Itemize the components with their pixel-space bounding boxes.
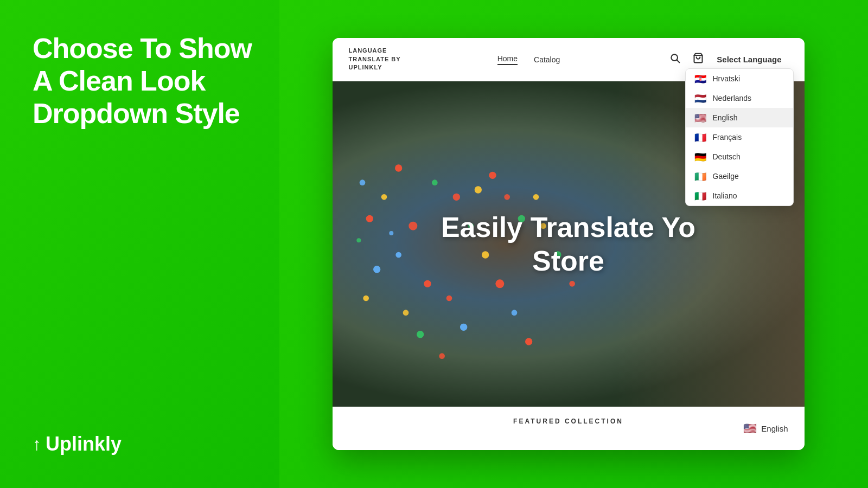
svg-point-28 — [446, 296, 452, 301]
language-label-de: Deutsch — [713, 152, 741, 161]
svg-point-20 — [525, 338, 532, 345]
svg-line-1 — [677, 60, 680, 63]
search-button[interactable] — [667, 50, 682, 68]
uplinkly-logo: ↑ Uplinkly — [33, 433, 252, 455]
flag-icon-en: 🇺🇸 — [694, 113, 707, 122]
svg-point-15 — [452, 194, 459, 201]
select-language-trigger[interactable]: Select Language — [710, 50, 788, 68]
language-label-en: English — [713, 113, 738, 122]
dropdown-item-de[interactable]: 🇩🇪Deutsch — [686, 147, 793, 166]
svg-point-30 — [504, 194, 510, 200]
store-header: LANGUAGE TRANSLATE BY UPLINKLY Home Cata… — [333, 38, 805, 81]
svg-point-32 — [533, 194, 539, 200]
svg-point-13 — [373, 266, 380, 273]
svg-point-23 — [569, 281, 575, 287]
featured-collection-label: FEATURED COLLECTION — [513, 418, 623, 425]
logo-name: Uplinkly — [46, 433, 122, 455]
svg-point-27 — [474, 186, 481, 193]
svg-point-14 — [363, 296, 369, 301]
svg-point-29 — [460, 324, 467, 331]
svg-point-12 — [439, 353, 445, 359]
flag-icon-ga: 🇮🇪 — [694, 172, 707, 181]
svg-point-24 — [366, 215, 373, 222]
language-label-nl: Nederlands — [713, 94, 752, 102]
nav-catalog[interactable]: Catalog — [534, 55, 560, 64]
cart-icon — [693, 53, 704, 63]
svg-point-34 — [359, 179, 365, 185]
flag-icon-hr: 🇭🇷 — [694, 74, 707, 83]
bottom-language-label: English — [761, 424, 788, 433]
store-logo: LANGUAGE TRANSLATE BY UPLINKLY — [349, 47, 401, 72]
dropdown-item-it[interactable]: 🇮🇹Italiano — [686, 186, 793, 206]
right-panel: LANGUAGE TRANSLATE BY UPLINKLY Home Cata… — [279, 0, 868, 488]
store-bottom: FEATURED COLLECTION — [333, 407, 805, 450]
svg-point-8 — [395, 252, 401, 258]
flag-icon-fr: 🇫🇷 — [694, 133, 707, 142]
svg-point-7 — [409, 222, 417, 230]
flag-icon-nl: 🇳🇱 — [694, 94, 707, 102]
nav-home[interactable]: Home — [497, 54, 518, 65]
store-nav: Home Catalog — [497, 54, 560, 65]
svg-point-6 — [381, 194, 387, 200]
svg-point-25 — [389, 231, 393, 235]
dropdown-item-fr[interactable]: 🇫🇷Français — [686, 127, 793, 147]
nav-icons — [667, 50, 706, 68]
language-dropdown-menu: 🇭🇷Hrvatski🇳🇱Nederlands🇺🇸English🇫🇷Françai… — [685, 68, 794, 206]
flag-icon-it: 🇮🇹 — [694, 191, 707, 200]
language-label-hr: Hrvatski — [713, 74, 741, 83]
language-dropdown-area[interactable]: Select Language 🇭🇷Hrvatski🇳🇱Nederlands🇺🇸… — [710, 50, 788, 68]
dropdown-item-hr[interactable]: 🇭🇷Hrvatski — [686, 69, 793, 88]
dropdown-scroll-area[interactable]: 🇭🇷Hrvatski🇳🇱Nederlands🇺🇸English🇫🇷Françai… — [686, 69, 793, 206]
svg-point-33 — [489, 172, 496, 179]
language-label-ga: Gaeilge — [713, 172, 739, 181]
language-label-it: Italiano — [713, 191, 737, 200]
headline-text: Choose To Show A Clean Look Dropdown Sty… — [33, 33, 252, 130]
language-label-fr: Français — [713, 133, 742, 142]
bottom-language-switcher[interactable]: 🇺🇸 English — [743, 422, 788, 435]
svg-point-5 — [395, 164, 402, 171]
flag-icon-de: 🇩🇪 — [694, 152, 707, 161]
svg-point-19 — [511, 310, 517, 316]
search-icon — [669, 53, 680, 63]
arrow-icon: ↑ — [33, 434, 41, 454]
dropdown-item-en[interactable]: 🇺🇸English — [686, 108, 793, 127]
browser-window: LANGUAGE TRANSLATE BY UPLINKLY Home Cata… — [333, 38, 805, 450]
svg-point-26 — [432, 179, 438, 185]
svg-point-35 — [356, 238, 361, 242]
hero-text: Easily Translate Yo Store — [419, 210, 717, 278]
svg-point-9 — [424, 280, 431, 287]
svg-point-11 — [417, 331, 424, 338]
left-panel: Choose To Show A Clean Look Dropdown Sty… — [0, 0, 279, 488]
cart-button[interactable] — [691, 50, 706, 68]
dropdown-item-ga[interactable]: 🇮🇪Gaeilge — [686, 166, 793, 186]
dropdown-item-nl[interactable]: 🇳🇱Nederlands — [686, 88, 793, 108]
bottom-flag-icon: 🇺🇸 — [743, 422, 757, 435]
svg-point-10 — [403, 310, 409, 316]
svg-point-18 — [495, 279, 504, 288]
